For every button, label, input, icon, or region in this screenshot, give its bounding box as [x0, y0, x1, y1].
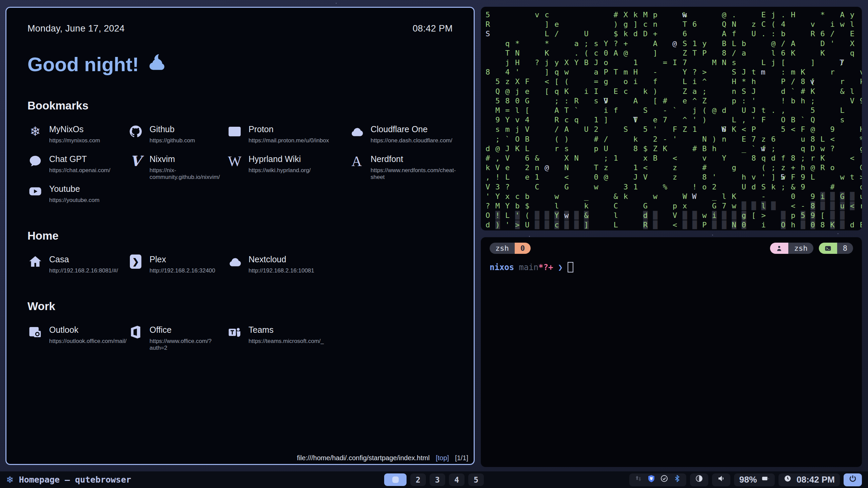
prompt-git-branch: main — [519, 263, 538, 272]
cloud-icon — [349, 124, 364, 139]
link-label: MyNixOs — [49, 124, 100, 134]
status-bar: ❄ Homepage — qutebrowser 2345 98% 08:42 … — [0, 471, 868, 488]
clock-widget[interactable]: 08:42 PM — [778, 473, 840, 486]
link-url: https://wiki.hyprland.org/ — [249, 167, 311, 174]
link-url: http://192.168.2.16:32400 — [150, 267, 215, 274]
section-title: Home — [27, 229, 453, 242]
moon-cloud-icon — [146, 51, 168, 78]
terminal-cursor[interactable] — [568, 262, 573, 272]
link-github[interactable]: Githubhttps://github.com — [128, 124, 227, 148]
link-nextcloud[interactable]: Nextcloudhttp://192.168.2.16:10081 — [227, 254, 349, 278]
power-icon — [849, 474, 857, 485]
link-sections: Bookmarks❄MyNixOshttps://mynixos.comGith… — [27, 99, 453, 349]
section-title: Work — [27, 300, 453, 313]
tab-index-badge: 0 — [515, 243, 531, 254]
link-url: https://mail.proton.me/u/0/inbox — [249, 137, 329, 144]
link-url: https://mynixos.com — [49, 137, 100, 144]
badge-label: 8 — [837, 243, 853, 254]
qutebrowser-window: Monday, June 17, 2024 08:42 PM Good nigh… — [5, 7, 475, 465]
link-casa[interactable]: Casahttp://192.168.2.16:8081/#/ — [27, 254, 128, 278]
link-teams[interactable]: Teamshttps://teams.microsoft.com/_ — [227, 324, 349, 349]
section-home: HomeCasahttp://192.168.2.16:8081/#/❯Plex… — [27, 229, 453, 278]
clock-time: 08:42 PM — [796, 474, 835, 485]
link-chat-gpt[interactable]: Chat GPThttps://chat.openai.com/ — [27, 154, 128, 178]
link-label: Nextcloud — [249, 255, 314, 264]
link-label: Hyprland Wiki — [249, 154, 311, 164]
link-mynixos[interactable]: ❄MyNixOshttps://mynixos.com — [27, 124, 128, 148]
link-office[interactable]: Officehttps://www.office.com/?auth=2 — [128, 324, 227, 349]
check-circle-icon[interactable] — [660, 474, 668, 485]
battery-percent: 98% — [739, 474, 757, 485]
greeting-text: Good night! — [27, 53, 139, 76]
workspace-1-active[interactable] — [384, 473, 407, 486]
link-label: Plex — [150, 255, 215, 264]
network-arrows-icon[interactable] — [634, 474, 643, 485]
link-plex[interactable]: ❯Plexhttp://192.168.2.16:32400 — [128, 254, 227, 278]
outlook-icon — [27, 324, 43, 340]
shield-icon[interactable] — [647, 474, 655, 485]
link-hyprland-wiki[interactable]: WHyprland Wikihttps://wiki.hyprland.org/ — [227, 154, 349, 178]
link-nixvim[interactable]: VNixvimhttps://nix-community.github.io/n… — [128, 154, 227, 178]
statusbar-scroll-position: [top] — [436, 454, 449, 462]
link-label: Nixvim — [150, 154, 227, 164]
link-cloudflare-one[interactable]: Cloudflare Onehttps://one.dash.cloudflar… — [349, 124, 456, 148]
shell-terminal-window[interactable]: zsh 0 zsh8 nixos main *?+ ❯ — [481, 237, 862, 467]
nerdfont-icon: A — [349, 154, 364, 169]
status-badge-zsh[interactable]: zsh — [770, 243, 813, 254]
nixvim-icon: V — [128, 154, 143, 169]
focused-window-title: ❄ Homepage — qutebrowser — [6, 474, 131, 485]
link-url: https://nix-community.github.io/nixvim/ — [150, 167, 227, 181]
workspace-5[interactable]: 5 — [468, 473, 484, 486]
greeting: Good night! — [27, 51, 453, 78]
prompt-git-flags: *?+ — [538, 263, 553, 272]
status-badge-8[interactable]: 8 — [819, 243, 853, 254]
link-url: https://www.nerdfonts.com/cheat-sheet — [371, 167, 456, 181]
speaker-icon — [717, 474, 725, 485]
moon-icon — [695, 474, 703, 485]
battery-indicator[interactable]: 98% — [734, 473, 775, 486]
section-title: Bookmarks — [27, 99, 453, 112]
workspace-3[interactable]: 3 — [430, 473, 445, 486]
power-button[interactable] — [844, 473, 862, 486]
link-youtube[interactable]: Youtubehttps://youtube.com — [27, 183, 128, 208]
nix-snowflake-icon: ❄ — [6, 474, 14, 485]
clock-label: 08:42 PM — [413, 23, 453, 34]
link-url: https://one.dash.cloudflare.com/ — [371, 137, 452, 144]
link-url: https://teams.microsoft.com/_ — [249, 338, 324, 345]
link-url: https://outlook.office.com/mail/ — [49, 338, 126, 345]
link-outlook[interactable]: Outlookhttps://outlook.office.com/mail/ — [27, 324, 128, 349]
link-url: http://192.168.2.16:10081 — [249, 267, 314, 274]
tab-name: zsh — [490, 243, 515, 254]
qutebrowser-statusbar: file:///home/hadi/.config/startpage/inde… — [297, 454, 468, 462]
link-url: https://www.office.com/?auth=2 — [150, 338, 227, 351]
link-label: Outlook — [49, 325, 126, 335]
tab-zsh[interactable]: zsh 0 — [490, 243, 531, 254]
link-label: Youtube — [49, 184, 99, 194]
statusbar-tab-counter: [1/1] — [455, 454, 468, 462]
link-label: Github — [150, 124, 195, 134]
volume-control[interactable] — [712, 473, 730, 486]
snowflake-icon: ❄ — [27, 124, 43, 139]
link-label: Nerdfont — [371, 154, 456, 164]
night-light-toggle[interactable] — [690, 473, 708, 486]
link-proton[interactable]: Protonhttps://mail.proton.me/u/0/inbox — [227, 124, 349, 148]
badge-label: zsh — [788, 243, 813, 254]
workspace-2[interactable]: 2 — [410, 473, 426, 486]
link-label: Proton — [249, 124, 329, 134]
workspace-switcher: 2345 — [384, 473, 484, 486]
zellij-tab-bar: zsh 0 zsh8 — [490, 243, 853, 254]
bluetooth-icon[interactable] — [673, 474, 681, 485]
matrix-terminal-window[interactable]: ████ ████ █████ █ █ ██████ ██ ██ ████ █ … — [481, 7, 862, 230]
github-icon — [128, 124, 143, 139]
link-url: https://youtube.com — [49, 197, 99, 204]
zellij-status-badges: zsh8 — [770, 243, 853, 254]
statusbar-url: file:///home/hadi/.config/startpage/inde… — [297, 454, 430, 462]
plex-icon: ❯ — [128, 254, 143, 269]
link-label: Office — [150, 325, 227, 335]
wikipedia-icon: W — [227, 154, 242, 169]
workspace-4[interactable]: 4 — [449, 473, 465, 486]
link-nerdfont[interactable]: ANerdfonthttps://www.nerdfonts.com/cheat… — [349, 154, 456, 178]
tray-status-icons[interactable] — [629, 473, 686, 486]
shell-prompt[interactable]: nixos main *?+ ❯ — [490, 262, 853, 272]
section-bookmarks: Bookmarks❄MyNixOshttps://mynixos.comGith… — [27, 99, 453, 208]
